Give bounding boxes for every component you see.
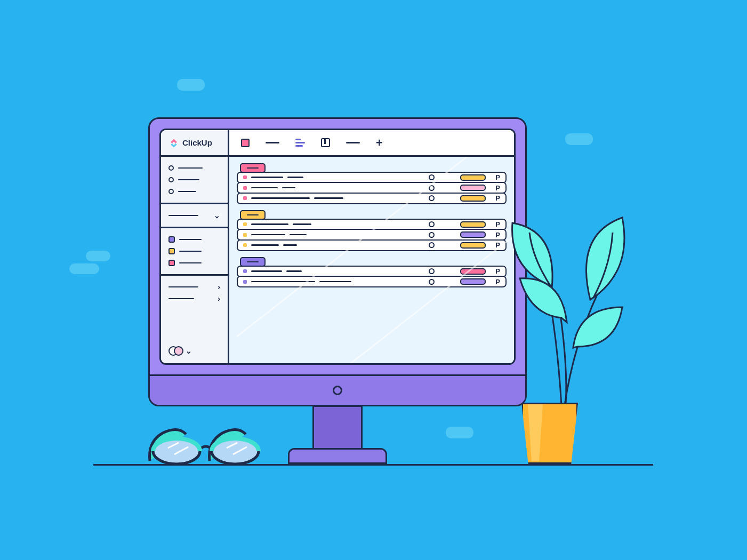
task-list-content: PPPPPPPP [229,157,514,363]
space-color-icon [168,260,175,266]
assignee-icon[interactable] [429,232,435,238]
plant-decoration [499,208,637,411]
task-row[interactable]: P [237,182,507,194]
task-row[interactable]: P [237,239,507,251]
task-status-icon [243,196,247,200]
folder-item[interactable]: › [168,293,220,305]
assignee-icon[interactable] [429,242,435,248]
glasses-decoration [147,421,264,464]
tag-pill[interactable] [460,221,486,228]
cloud-decoration [69,263,99,274]
sidebar-spaces [161,228,228,276]
assignee-icon[interactable] [429,268,435,274]
add-view-button[interactable]: + [376,137,383,149]
app-window: ClickUp ⌄ › › [159,129,516,365]
monitor: ClickUp ⌄ › › [148,117,527,406]
cloud-decoration [446,427,473,438]
space-item[interactable] [168,257,220,269]
folder-item[interactable]: › [168,281,220,293]
space-color-icon [168,236,175,243]
tag-pill[interactable] [460,231,486,238]
task-group: PPP [237,163,507,204]
view-item[interactable] [266,142,279,143]
view-gantt-icon[interactable] [295,139,305,147]
task-status-icon [243,280,247,284]
view-board-icon[interactable] [321,138,330,147]
task-status-icon [243,269,247,273]
space-item[interactable] [168,234,220,245]
monitor-stand [312,405,363,450]
nav-item[interactable] [168,186,220,197]
view-list-icon[interactable] [241,139,250,147]
task-group: PP [237,257,507,287]
plant-pot-decoration [515,403,584,464]
tag-pill[interactable] [460,185,486,191]
cloud-decoration [177,79,205,91]
task-status-icon [243,175,247,179]
group-status-tab[interactable] [240,210,266,220]
monitor-stand-base [288,448,387,464]
sidebar-folders: › › [161,276,228,310]
monitor-power-icon [333,386,342,395]
app-logo[interactable]: ClickUp [161,130,228,157]
tag-pill[interactable] [460,242,486,249]
tag-pill[interactable] [460,268,486,275]
sidebar-spaces-header[interactable]: ⌄ [161,204,228,228]
task-row[interactable]: P [237,276,507,287]
assignee-icon[interactable] [429,185,435,191]
avatar-group-icon [168,346,183,356]
sidebar-footer[interactable]: ⌄ [161,341,228,363]
view-item[interactable] [346,142,360,143]
group-status-tab[interactable] [240,163,266,173]
assignee-icon[interactable] [429,195,435,201]
desk-surface [93,464,653,466]
assignee-icon[interactable] [429,279,435,285]
sidebar-nav [161,157,228,204]
task-group: PPP [237,210,507,251]
view-tabs: + [229,130,514,157]
assignee-icon[interactable] [429,174,435,180]
cloud-decoration [565,133,593,145]
chevron-down-icon: ⌄ [186,347,192,355]
nav-item[interactable] [168,162,220,174]
chevron-right-icon: › [218,283,220,291]
tag-pill[interactable] [460,278,486,285]
task-status-icon [243,233,247,237]
clickup-logo-icon [168,138,179,148]
chevron-right-icon: › [218,294,220,303]
tag-pill[interactable] [460,195,486,202]
app-name: ClickUp [182,138,212,147]
task-row[interactable]: P [237,193,507,204]
space-item[interactable] [168,245,220,257]
priority-flag-icon[interactable]: P [495,194,500,202]
cloud-decoration [86,251,110,261]
plus-icon: + [376,137,383,149]
space-color-icon [168,248,175,254]
chevron-down-icon: ⌄ [214,211,220,220]
assignee-icon[interactable] [429,221,435,227]
sidebar: ClickUp ⌄ › › [161,130,229,363]
task-status-icon [243,243,247,247]
priority-flag-icon[interactable]: P [495,184,500,192]
monitor-chin [150,374,525,405]
nav-item[interactable] [168,174,220,186]
main-area: + PPPPPPPP [229,130,514,363]
group-status-tab[interactable] [240,257,266,267]
task-row[interactable]: P [237,229,507,241]
task-status-icon [243,222,247,226]
tag-pill[interactable] [460,174,486,181]
priority-flag-icon[interactable]: P [495,173,500,181]
task-status-icon [243,186,247,190]
